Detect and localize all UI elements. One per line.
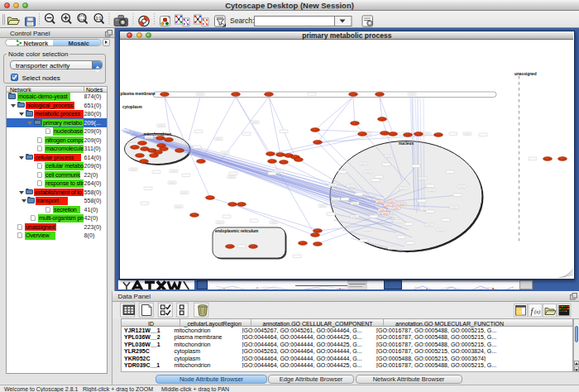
svg-text:Search:: Search: <box>230 17 254 25</box>
svg-text:endoplasmic reticulum: endoplasmic reticulum <box>215 229 258 233</box>
svg-text:nucleus: nucleus <box>399 141 414 145</box>
svg-text:mitochondrion: mitochondrion <box>143 131 171 136</box>
svg-text:unassigned: unassigned <box>514 71 537 75</box>
svg-text:plasma membrane: plasma membrane <box>120 91 155 95</box>
svg-text:cytoplasm: cytoplasm <box>122 105 142 109</box>
